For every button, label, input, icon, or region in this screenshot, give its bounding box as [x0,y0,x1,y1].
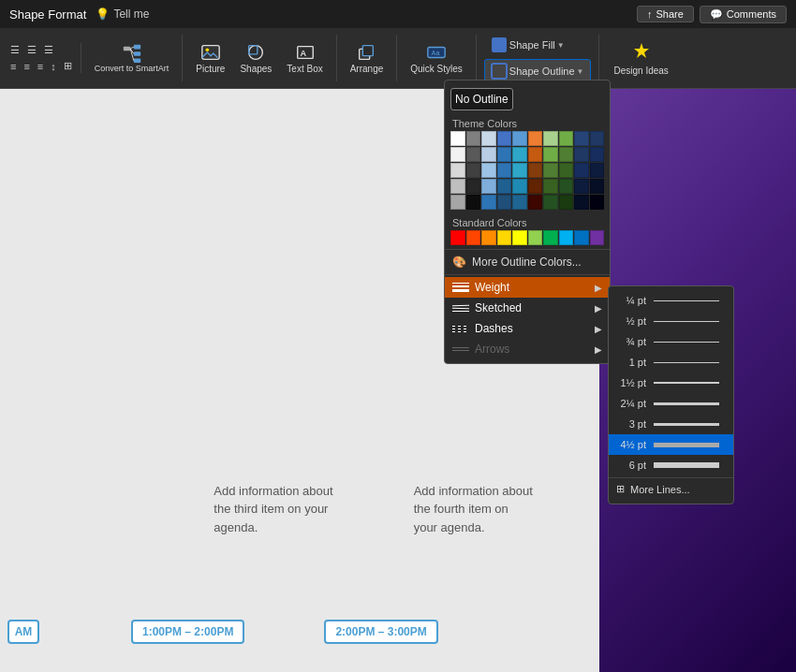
color-swatch[interactable] [543,131,558,146]
color-swatch[interactable] [481,163,496,178]
picture-button[interactable]: Picture [190,39,230,77]
text-box-button[interactable]: A Text Box [281,39,328,77]
line-spacing-button[interactable]: ↕ [48,60,59,73]
list-level-button[interactable]: ☰ [41,43,56,57]
color-swatch[interactable] [574,131,589,146]
color-swatch[interactable] [481,195,496,210]
color-swatch[interactable] [512,195,527,210]
dashes-menu-item[interactable]: Dashes ▶ [445,318,610,339]
weight-075pt[interactable]: ¾ pt [609,331,733,352]
color-swatch[interactable] [528,195,543,210]
color-swatch[interactable] [559,179,574,194]
color-swatch[interactable] [481,147,496,162]
color-swatch[interactable] [590,179,605,194]
color-swatch[interactable] [450,179,465,194]
color-swatch[interactable] [512,131,527,146]
color-swatch[interactable] [481,131,496,146]
weight-3pt[interactable]: 3 pt [609,414,733,434]
time-slot-2pm[interactable]: 2:00PM – 3:00PM [324,620,437,644]
color-swatch[interactable] [574,195,589,210]
color-swatch[interactable] [574,179,589,194]
color-swatch[interactable] [590,131,605,146]
weight-line-visual [654,462,719,468]
color-swatch[interactable] [543,195,558,210]
color-swatch[interactable] [559,147,574,162]
color-swatch[interactable] [466,147,481,162]
color-swatch[interactable] [559,131,574,146]
color-swatch[interactable] [574,147,589,162]
align-center-button[interactable]: ≡ [21,60,32,73]
color-swatch[interactable] [466,195,481,210]
color-swatch-cyan[interactable] [559,230,574,245]
color-swatch[interactable] [466,131,481,146]
color-swatch[interactable] [559,195,574,210]
more-outline-colors-button[interactable]: 🎨 More Outline Colors... [445,252,610,272]
tell-me-button[interactable]: 💡 Tell me [96,7,149,21]
weight-05pt[interactable]: ½ pt [609,311,733,331]
color-swatch[interactable] [512,179,527,194]
shapes-button[interactable]: Shapes [234,39,277,77]
color-swatch[interactable] [497,179,512,194]
color-swatch[interactable] [497,195,512,210]
weight-225pt[interactable]: 2¼ pt [609,393,733,414]
align-left-button[interactable]: ≡ [7,60,19,73]
agenda-text-3: Add information aboutthe third item on y… [214,482,385,537]
color-swatch-orange[interactable] [481,230,496,245]
no-outline-button[interactable]: No Outline [450,88,513,110]
color-swatch[interactable] [559,163,574,178]
color-swatch[interactable] [497,147,512,162]
color-swatch[interactable] [450,195,465,210]
color-swatch[interactable] [481,179,496,194]
color-swatch[interactable] [512,147,527,162]
share-button[interactable]: ↑ Share [637,6,694,22]
color-swatch[interactable] [497,163,512,178]
color-swatch[interactable] [574,163,589,178]
convert-smartart-button[interactable]: Convert to SmartArt [89,40,175,77]
color-swatch[interactable] [590,195,605,210]
design-ideas-button[interactable]: Design Ideas [607,37,676,80]
color-swatch[interactable] [512,163,527,178]
color-swatch-orange-red[interactable] [466,230,481,245]
quick-styles-button[interactable]: Aa Quick Styles [405,39,468,77]
weight-45pt[interactable]: 4½ pt [609,434,733,455]
color-swatch[interactable] [466,163,481,178]
color-swatch[interactable] [590,163,605,178]
shape-fill-button[interactable]: Shape Fill ▼ [484,33,591,57]
color-swatch[interactable] [528,131,543,146]
color-swatch[interactable] [528,163,543,178]
weight-6pt[interactable]: 6 pt [609,455,733,475]
weight-menu-item[interactable]: Weight ▶ [445,277,610,298]
align-right-button[interactable]: ≡ [35,60,46,73]
color-swatch[interactable] [528,179,543,194]
color-swatch[interactable] [543,179,558,194]
bullets-button[interactable]: ☰ [7,43,22,57]
comments-button[interactable]: 💬 Comments [700,6,787,23]
color-swatch[interactable] [466,179,481,194]
color-swatch[interactable] [528,147,543,162]
color-swatch[interactable] [450,147,465,162]
color-swatch-purple[interactable] [590,230,605,245]
color-swatch[interactable] [497,131,512,146]
sketched-menu-item[interactable]: Sketched ▶ [445,298,610,318]
theme-color-row-4 [450,179,604,194]
color-swatch-yellow[interactable] [512,230,527,245]
dashes-icon [452,326,469,332]
color-swatch-blue[interactable] [574,230,589,245]
color-swatch-red[interactable] [450,230,465,245]
color-swatch[interactable] [590,147,605,162]
color-swatch-light-green[interactable] [528,230,543,245]
color-swatch[interactable] [543,147,558,162]
weight-15pt[interactable]: 1½ pt [609,373,733,393]
color-swatch-green[interactable] [543,230,558,245]
color-swatch[interactable] [450,131,465,146]
color-swatch-gold[interactable] [497,230,512,245]
color-swatch[interactable] [450,163,465,178]
color-swatch[interactable] [543,163,558,178]
weight-025pt[interactable]: ¼ pt [609,290,733,311]
more-lines-button[interactable]: ⊞ More Lines... [609,477,733,500]
numbered-list-button[interactable]: ☰ [24,43,39,57]
arrange-button[interactable]: Arrange [345,39,390,77]
columns-button[interactable]: ⊞ [61,59,75,73]
time-slot-1pm[interactable]: 1:00PM – 2:00PM [131,620,244,644]
weight-1pt[interactable]: 1 pt [609,352,733,373]
